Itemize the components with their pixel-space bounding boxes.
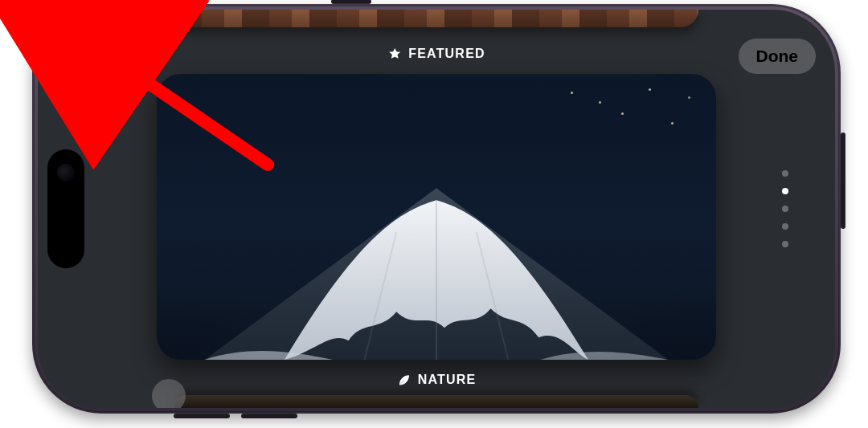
next-wallpaper-card[interactable] (174, 395, 698, 408)
section-label-featured: FEATURED (387, 47, 485, 61)
section-label-text: NATURE (418, 373, 477, 387)
section-label-text: FEATURED (408, 47, 485, 61)
mute-switch (331, 0, 371, 4)
dynamic-island (47, 149, 84, 268)
page-dot[interactable] (782, 241, 788, 247)
volume-down-button (241, 414, 297, 418)
iphone-frame: FEATURED (32, 4, 841, 414)
add-button[interactable] (65, 39, 126, 74)
section-label-nature: NATURE (397, 373, 477, 387)
volume-up-button (174, 414, 230, 418)
page-dot[interactable] (782, 206, 788, 212)
star-icon (387, 47, 402, 61)
page-indicator[interactable] (782, 170, 788, 247)
done-button[interactable]: Done (739, 39, 817, 74)
page-dot[interactable] (782, 188, 788, 194)
screen: FEATURED (38, 10, 835, 408)
page-dot[interactable] (782, 170, 788, 177)
current-wallpaper-card[interactable] (157, 74, 716, 360)
leaf-icon (397, 373, 411, 387)
page-dot[interactable] (782, 223, 788, 230)
previous-wallpaper-card[interactable] (174, 10, 698, 27)
wallpaper-mountain (157, 74, 716, 360)
power-button (841, 132, 845, 229)
done-button-label: Done (756, 47, 799, 66)
plus-icon (86, 47, 105, 66)
